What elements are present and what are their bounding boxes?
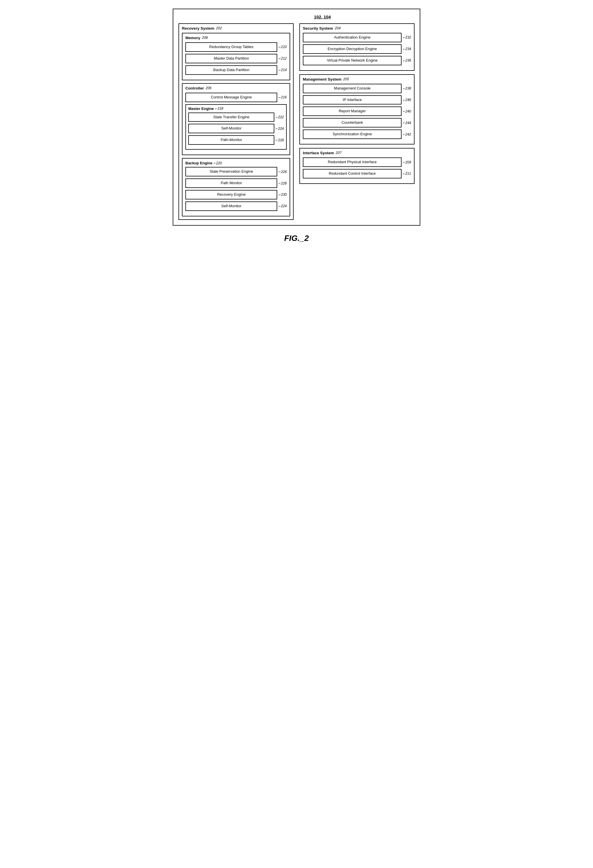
diagram-wrapper: 102, 104 Recovery System 202 Memory 208 … [173, 9, 420, 226]
controller-box: Controller 206 Control Message Engine 21… [182, 83, 290, 155]
control-message-engine-row: Control Message Engine 216 [185, 93, 287, 102]
redundant-physical-interface-box: Redundant Physical Interface [303, 157, 402, 167]
state-preservation-engine-row: State Preservation Engine 226 [185, 167, 287, 176]
redundant-control-interface-row: Redundant Control Interface 211 [303, 169, 411, 179]
self-monitor-backup-ref: 224 [278, 204, 287, 208]
interface-system-label: Interface System 207 [303, 151, 411, 155]
figure-title: FIG._2 [284, 234, 309, 243]
synchronization-engine-box: Synchronization Engine [303, 130, 402, 139]
management-console-row: Management Console 238 [303, 84, 411, 93]
encryption-decryption-engine-box: Encryption Decryption Engine [303, 44, 402, 54]
counterbank-box: Counterbank [303, 118, 402, 127]
ip-interface-box: IP Interface [303, 95, 402, 105]
backup-engine-outer-box: Backup Engine 220 State Preservation Eng… [182, 158, 290, 216]
path-monitor-master-ref: 228 [275, 138, 284, 142]
report-manager-row: Report Manager 240 [303, 106, 411, 116]
redundant-control-interface-ref: 211 [403, 171, 411, 176]
recovery-engine-box: Recovery Engine [185, 190, 277, 199]
controller-label: Controller 206 [185, 86, 287, 90]
backup-engine-label-row: Backup Engine 220 [185, 161, 287, 165]
ip-interface-ref: 246 [403, 98, 411, 102]
redundant-control-interface-box: Redundant Control Interface [303, 169, 402, 179]
master-engine-label: Master Engine [188, 106, 214, 111]
management-system-label: Management System 205 [303, 77, 411, 81]
security-system-box: Security System 204 Authentication Engin… [299, 23, 414, 71]
authentication-engine-ref: 232 [403, 35, 411, 40]
synchronization-engine-ref: 242 [403, 132, 411, 136]
recovery-system-label: Recovery System 202 [182, 26, 290, 31]
self-monitor-master-row: Self-Monitor 224 [188, 124, 284, 133]
self-monitor-master-ref: 224 [275, 126, 284, 131]
authentication-engine-box: Authentication Engine [303, 33, 402, 42]
counterbank-ref: 244 [403, 121, 411, 125]
vpn-engine-box: Virtual Private Network Engine [303, 56, 402, 65]
redundant-physical-interface-row: Redundant Physical Interface 209 [303, 157, 411, 167]
management-console-ref: 238 [403, 86, 411, 91]
authentication-engine-row: Authentication Engine 232 [303, 33, 411, 42]
state-transfer-engine-box: State Transfer Engine [188, 112, 274, 122]
encryption-decryption-engine-row: Encryption Decryption Engine 234 [303, 44, 411, 54]
report-manager-box: Report Manager [303, 106, 402, 116]
state-transfer-engine-ref: 222 [275, 115, 284, 120]
backup-engine-label: Backup Engine [185, 161, 213, 165]
self-monitor-master-box: Self-Monitor [188, 124, 274, 133]
master-data-partition-ref: 212 [278, 56, 287, 61]
path-monitor-backup-box: Path Monitor [185, 179, 277, 188]
management-console-box: Management Console [303, 84, 402, 93]
path-monitor-master-row: Path-Monitor 228 [188, 135, 284, 145]
encryption-decryption-engine-ref: 234 [403, 47, 411, 51]
path-monitor-master-box: Path-Monitor [188, 135, 274, 145]
state-preservation-engine-ref: 226 [278, 170, 287, 174]
backup-data-partition-row: Backup Data Partition 214 [185, 65, 287, 75]
recovery-engine-row: Recovery Engine 230 [185, 190, 287, 199]
main-columns: Recovery System 202 Memory 208 Redundanc… [179, 23, 414, 220]
master-data-partition-row: Master Data Partition 212 [185, 54, 287, 63]
backup-data-partition-box: Backup Data Partition [185, 65, 277, 75]
right-column: Security System 204 Authentication Engin… [299, 23, 414, 184]
path-monitor-backup-ref: 228 [278, 181, 287, 185]
ip-interface-row: IP Interface 246 [303, 95, 411, 105]
recovery-system-box: Recovery System 202 Memory 208 Redundanc… [179, 23, 294, 220]
path-monitor-backup-row: Path Monitor 228 [185, 179, 287, 188]
master-engine-box: Master Engine 218 State Transfer Engine … [185, 104, 287, 150]
memory-label: Memory 208 [185, 36, 287, 40]
master-engine-ref: 218 [215, 106, 223, 111]
left-column: Recovery System 202 Memory 208 Redundanc… [179, 23, 294, 220]
counterbank-row: Counterbank 244 [303, 118, 411, 127]
state-transfer-engine-row: State Transfer Engine 222 [188, 112, 284, 122]
control-message-engine-box: Control Message Engine [185, 93, 277, 102]
master-engine-label-row: Master Engine 218 [188, 106, 284, 111]
redundant-physical-interface-ref: 209 [403, 160, 411, 164]
control-message-engine-ref: 216 [278, 95, 287, 100]
top-reference: 102, 104 [230, 15, 414, 19]
interface-system-box: Interface System 207 Redundant Physical … [299, 148, 414, 184]
management-system-box: Management System 205 Management Console… [299, 74, 414, 145]
report-manager-ref: 240 [403, 109, 411, 114]
recovery-engine-ref: 230 [278, 193, 287, 197]
redundancy-group-tables-ref: 210 [278, 45, 287, 49]
self-monitor-backup-row: Self-Monitor 224 [185, 201, 287, 211]
redundancy-group-tables-row: Redundancy Group Tables 210 [185, 42, 287, 52]
redundancy-group-tables-box: Redundancy Group Tables [185, 42, 277, 52]
memory-box: Memory 208 Redundancy Group Tables 210 M… [182, 33, 290, 80]
security-system-label: Security System 204 [303, 26, 411, 31]
backup-data-partition-ref: 214 [278, 68, 287, 72]
vpn-engine-ref: 236 [403, 58, 411, 63]
self-monitor-backup-box: Self-Monitor [185, 201, 277, 211]
backup-engine-ref: 220 [214, 161, 222, 165]
vpn-engine-row: Virtual Private Network Engine 236 [303, 56, 411, 65]
synchronization-engine-row: Synchronization Engine 242 [303, 130, 411, 139]
state-preservation-engine-box: State Preservation Engine [185, 167, 277, 176]
master-data-partition-box: Master Data Partition [185, 54, 277, 63]
